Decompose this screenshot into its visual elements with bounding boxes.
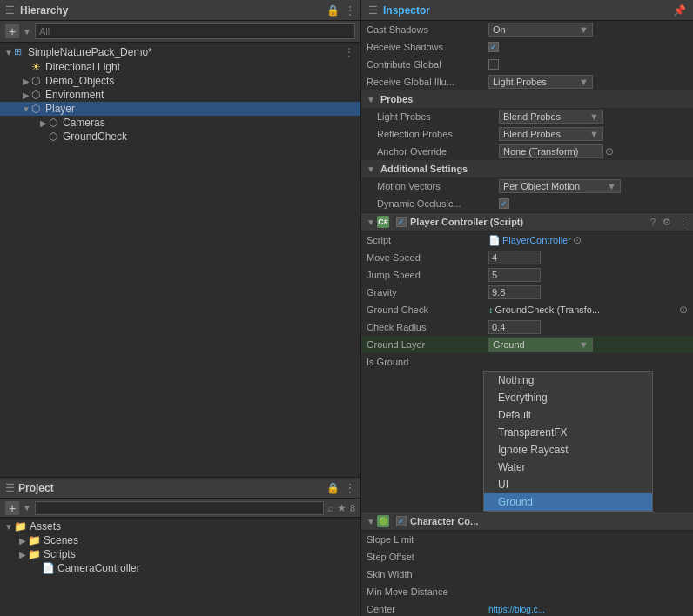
tree-item-demo-objects[interactable]: ▶ ⬡ Demo_Objects [0, 74, 360, 88]
dropdown-item-ui[interactable]: UI [484, 476, 652, 493]
player-icon: ⬡ [31, 103, 44, 115]
ground-layer-dropdown[interactable]: Ground ▼ [488, 338, 593, 352]
gravity-input[interactable] [488, 285, 541, 299]
receive-shadows-checkbox[interactable]: ✓ [488, 42, 499, 52]
additional-settings-title: Additional Settings [380, 164, 468, 174]
tree-item-environment[interactable]: ▶ ⬡ Environment [0, 88, 360, 102]
tree-label-demo: Demo_Objects [45, 75, 114, 87]
project-more-icon[interactable]: ⋮ [345, 482, 355, 494]
dynamic-occlusion-checkbox[interactable]: ✓ [499, 198, 509, 209]
tree-arrow-env: ▶ [21, 90, 31, 100]
dropdown-item-nothing[interactable]: Nothing [484, 372, 652, 389]
scripts-arrow: ▶ [17, 550, 28, 559]
pc-settings-icon[interactable]: ⚙ [663, 217, 671, 228]
reflection-probes-dropdown[interactable]: Blend Probes ▼ [499, 127, 603, 141]
transform-icon: ↕ [488, 305, 494, 315]
is-ground-label: Is Ground [367, 357, 488, 367]
assets-arrow: ▼ [3, 522, 14, 532]
cast-shadows-label: Cast Shadows [367, 24, 488, 35]
dropdown-item-ignore-raycast[interactable]: Ignore Raycast [484, 441, 652, 459]
probes-section-arrow: ▼ [367, 95, 377, 104]
dropdown-item-ground[interactable]: Ground [484, 493, 652, 511]
tree-label: SimpleNaturePack_Demo* [28, 46, 152, 58]
tree-item-directionallight[interactable]: ☀ Directional Light [0, 60, 360, 74]
center-value: https://blog.c... [488, 605, 688, 614]
tree-item-cameras[interactable]: ▶ ⬡ Cameras [0, 116, 360, 130]
light-probes-label: Light Probes [377, 111, 499, 122]
cc-component-icon: 🟢 [377, 515, 389, 527]
tree-item-groundcheck[interactable]: ⬡ GroundCheck [0, 130, 360, 144]
anchor-override-dropdown[interactable]: None (Transform) [499, 144, 603, 158]
reflection-probes-label: Reflection Probes [377, 129, 499, 139]
arrow-down-icon: ▼ [23, 27, 31, 37]
scenes-folder-icon: 📁 [28, 534, 41, 546]
inspector-pin[interactable]: 📌 [673, 4, 686, 17]
cc-enabled-checkbox[interactable]: ✓ [396, 516, 407, 526]
project-add-button[interactable]: + [5, 501, 19, 515]
project-item-scripts[interactable]: ▶ 📁 Scripts [0, 547, 360, 561]
ground-layer-arrow: ▼ [579, 339, 589, 350]
project-item-cameracontroller[interactable]: 📄 CameraController [0, 561, 360, 575]
hierarchy-header-icons: 🔒 ⋮ [326, 4, 355, 17]
light-probes-dropdown[interactable]: Blend Probes ▼ [499, 110, 603, 124]
lock-icon[interactable]: 🔒 [326, 4, 340, 17]
cast-shadows-dropdown[interactable]: On ▼ [488, 23, 593, 37]
check-radius-input[interactable] [488, 320, 541, 334]
project-header-icons: 🔒 ⋮ [326, 482, 355, 494]
receive-global-dropdown[interactable]: Light Probes ▼ [488, 75, 593, 89]
cc-label: CameraController [57, 562, 140, 574]
receive-shadows-row: Receive Shadows ✓ [361, 38, 693, 56]
ground-check-container: ↕ GroundCheck (Transfo... ⊙ [488, 304, 688, 316]
pc-help-icon[interactable]: ? [650, 217, 656, 228]
hierarchy-search-input[interactable] [35, 23, 355, 39]
script-value[interactable]: PlayerController [502, 235, 571, 245]
dropdown-item-default[interactable]: Default [484, 406, 652, 424]
probes-section-title: Probes [380, 94, 413, 104]
script-file-icon: 📄 [488, 235, 501, 246]
pc-enabled-checkbox[interactable]: ✓ [396, 217, 407, 227]
hierarchy-header: ☰ Hierarchy 🔒 ⋮ [0, 0, 360, 21]
reflection-probes-row: Reflection Probes Blend Probes ▼ [361, 125, 693, 143]
hierarchy-add-button[interactable]: + [5, 24, 19, 38]
bottom-panels: ☰ Project 🔒 ⋮ + ▼ ⌕ ★ 8 ▼ 📁 Assets ▶ 📁 [0, 477, 360, 616]
scripts-folder-icon: 📁 [28, 548, 41, 560]
tree-item-simplenaturepack[interactable]: ▼ ⊞ SimpleNaturePack_Demo* ⋮ [0, 44, 360, 60]
jump-speed-input[interactable] [488, 268, 541, 282]
tree-label-player: Player [45, 103, 75, 115]
env-icon: ⬡ [31, 89, 44, 101]
inspector-menu-icon: ☰ [368, 4, 378, 17]
project-lock-icon[interactable]: 🔒 [326, 482, 340, 494]
assets-label: Assets [30, 520, 61, 532]
motion-vectors-dropdown[interactable]: Per Object Motion ▼ [499, 179, 621, 193]
favorites-icon[interactable]: ★ [337, 502, 346, 514]
contribute-global-row: Contribute Global [361, 56, 693, 73]
tree-dots[interactable]: ⋮ [343, 45, 355, 59]
dropdown-item-transparentfx[interactable]: TransparentFX [484, 424, 652, 441]
project-item-scenes[interactable]: ▶ 📁 Scenes [0, 533, 360, 547]
count-badge: 8 [350, 503, 355, 513]
pc-more-icon[interactable]: ⋮ [678, 217, 688, 228]
additional-settings-header[interactable]: ▼ Additional Settings [361, 160, 693, 177]
inspector-title: Inspector [383, 4, 430, 17]
dropdown-item-everything[interactable]: Everything [484, 389, 652, 406]
scene-icon: ⊞ [14, 46, 26, 58]
project-item-assets[interactable]: ▼ 📁 Assets [0, 519, 360, 533]
cameras-icon: ⬡ [49, 117, 61, 129]
character-controller-header: ▼ 🟢 ✓ Character Co... [361, 512, 693, 531]
anchor-target-icon: ⊙ [605, 145, 614, 157]
project-search-input[interactable] [35, 501, 324, 515]
light-probes-value: Blend Probes [503, 111, 561, 122]
center-row: Center https://blog.c... [361, 600, 693, 616]
jump-speed-label: Jump Speed [367, 270, 488, 280]
light-icon: ☀ [31, 61, 44, 73]
dropdown-item-water[interactable]: Water [484, 459, 652, 476]
tree-item-player[interactable]: ▼ ⬡ Player [0, 102, 360, 116]
move-speed-input[interactable] [488, 251, 541, 264]
more-icon[interactable]: ⋮ [345, 4, 355, 17]
pc-actions: ? ⚙ ⋮ [650, 217, 688, 228]
ground-layer-value: Ground [493, 339, 525, 350]
contribute-global-checkbox[interactable] [488, 59, 499, 70]
project-title: Project [18, 482, 54, 494]
motion-vectors-row: Motion Vectors Per Object Motion ▼ [361, 177, 693, 195]
probes-section-header[interactable]: ▼ Probes [361, 90, 693, 108]
